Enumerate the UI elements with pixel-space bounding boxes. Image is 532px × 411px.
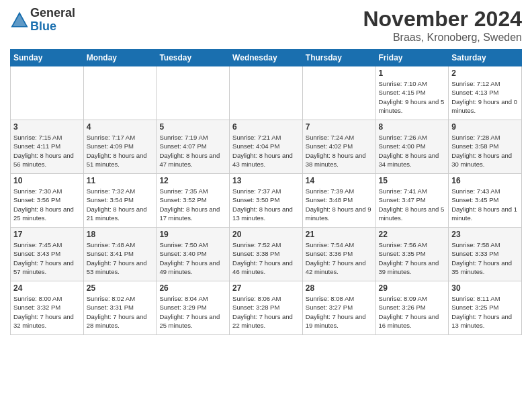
day-cell: 23Sunrise: 7:58 AMSunset: 3:33 PMDayligh… <box>449 228 522 281</box>
day-cell: 6Sunrise: 7:21 AMSunset: 4:04 PMDaylight… <box>230 120 303 174</box>
day-info: Sunrise: 7:28 AMSunset: 3:58 PMDaylight:… <box>451 134 512 168</box>
day-number: 29 <box>379 283 446 293</box>
day-info: Sunrise: 7:12 AMSunset: 4:13 PMDaylight:… <box>451 80 517 114</box>
day-cell <box>157 66 230 120</box>
day-number: 4 <box>87 122 154 132</box>
day-cell: 14Sunrise: 7:39 AMSunset: 3:48 PMDayligh… <box>302 174 375 228</box>
day-info: Sunrise: 7:15 AMSunset: 4:11 PMDaylight:… <box>13 134 74 168</box>
day-cell: 10Sunrise: 7:30 AMSunset: 3:56 PMDayligh… <box>11 174 84 228</box>
day-number: 23 <box>451 230 519 239</box>
day-cell <box>230 66 303 120</box>
day-cell: 22Sunrise: 7:56 AMSunset: 3:35 PMDayligh… <box>375 228 449 281</box>
day-number: 9 <box>451 122 519 132</box>
day-number: 30 <box>451 283 519 293</box>
day-number: 2 <box>451 68 519 78</box>
day-info: Sunrise: 7:39 AMSunset: 3:48 PMDaylight:… <box>306 187 371 222</box>
header-wednesday: Wednesday <box>230 50 303 66</box>
day-info: Sunrise: 7:45 AMSunset: 3:43 PMDaylight:… <box>13 241 74 275</box>
day-info: Sunrise: 7:37 AMSunset: 3:50 PMDaylight:… <box>232 187 293 222</box>
calendar-body: 1Sunrise: 7:10 AMSunset: 4:15 PMDaylight… <box>11 66 522 335</box>
logo-general: General <box>30 7 75 20</box>
day-info: Sunrise: 7:35 AMSunset: 3:52 PMDaylight:… <box>159 187 220 222</box>
day-cell <box>302 66 375 120</box>
week-row-2: 10Sunrise: 7:30 AMSunset: 3:56 PMDayligh… <box>11 174 522 228</box>
day-info: Sunrise: 7:56 AMSunset: 3:35 PMDaylight:… <box>379 241 439 275</box>
day-info: Sunrise: 7:24 AMSunset: 4:02 PMDaylight:… <box>306 134 366 168</box>
title-section: November 2024 Braas, Kronoberg, Sweden <box>363 7 522 44</box>
day-cell: 28Sunrise: 8:08 AMSunset: 3:27 PMDayligh… <box>302 281 375 335</box>
day-number: 15 <box>379 176 446 185</box>
day-number: 22 <box>379 230 446 239</box>
day-number: 10 <box>13 176 81 185</box>
day-info: Sunrise: 7:32 AMSunset: 3:54 PMDaylight:… <box>87 187 147 222</box>
header-row: Sunday Monday Tuesday Wednesday Thursday… <box>11 50 522 66</box>
day-cell: 17Sunrise: 7:45 AMSunset: 3:43 PMDayligh… <box>11 228 84 281</box>
day-info: Sunrise: 8:11 AMSunset: 3:25 PMDaylight:… <box>451 295 512 329</box>
week-row-3: 17Sunrise: 7:45 AMSunset: 3:43 PMDayligh… <box>11 228 522 281</box>
day-number: 13 <box>232 176 300 185</box>
day-info: Sunrise: 8:06 AMSunset: 3:28 PMDaylight:… <box>232 295 293 329</box>
day-number: 14 <box>306 176 373 185</box>
day-info: Sunrise: 8:02 AMSunset: 3:31 PMDaylight:… <box>87 295 147 329</box>
day-number: 20 <box>232 230 300 239</box>
header-thursday: Thursday <box>302 50 375 66</box>
day-info: Sunrise: 8:04 AMSunset: 3:29 PMDaylight:… <box>159 295 220 329</box>
day-cell: 29Sunrise: 8:09 AMSunset: 3:26 PMDayligh… <box>375 281 449 335</box>
day-cell: 16Sunrise: 7:43 AMSunset: 3:45 PMDayligh… <box>449 174 522 228</box>
main-title: November 2024 <box>363 7 522 32</box>
day-number: 18 <box>87 230 154 239</box>
header-sunday: Sunday <box>11 50 84 66</box>
day-cell: 24Sunrise: 8:00 AMSunset: 3:32 PMDayligh… <box>11 281 84 335</box>
page: General Blue November 2024 Braas, Kronob… <box>0 0 532 411</box>
day-cell: 1Sunrise: 7:10 AMSunset: 4:15 PMDaylight… <box>375 66 449 120</box>
day-number: 8 <box>379 122 446 132</box>
day-cell: 4Sunrise: 7:17 AMSunset: 4:09 PMDaylight… <box>83 120 157 174</box>
logo-blue: Blue <box>30 20 75 34</box>
header-saturday: Saturday <box>449 50 522 66</box>
day-info: Sunrise: 7:58 AMSunset: 3:33 PMDaylight:… <box>451 241 512 275</box>
header-monday: Monday <box>83 50 157 66</box>
day-cell: 15Sunrise: 7:41 AMSunset: 3:47 PMDayligh… <box>375 174 449 228</box>
calendar-table: Sunday Monday Tuesday Wednesday Thursday… <box>10 49 522 335</box>
subtitle: Braas, Kronoberg, Sweden <box>363 32 522 44</box>
day-number: 26 <box>159 283 226 293</box>
day-info: Sunrise: 7:52 AMSunset: 3:38 PMDaylight:… <box>232 241 293 275</box>
day-number: 27 <box>232 283 300 293</box>
day-info: Sunrise: 7:30 AMSunset: 3:56 PMDaylight:… <box>13 187 74 222</box>
day-info: Sunrise: 8:09 AMSunset: 3:26 PMDaylight:… <box>379 295 439 329</box>
day-number: 25 <box>87 283 154 293</box>
day-cell: 25Sunrise: 8:02 AMSunset: 3:31 PMDayligh… <box>83 281 157 335</box>
day-number: 19 <box>159 230 226 239</box>
day-cell: 7Sunrise: 7:24 AMSunset: 4:02 PMDaylight… <box>302 120 375 174</box>
day-cell: 11Sunrise: 7:32 AMSunset: 3:54 PMDayligh… <box>83 174 157 228</box>
day-cell: 26Sunrise: 8:04 AMSunset: 3:29 PMDayligh… <box>157 281 230 335</box>
day-info: Sunrise: 7:26 AMSunset: 4:00 PMDaylight:… <box>379 134 439 168</box>
day-number: 3 <box>13 122 81 132</box>
day-number: 5 <box>159 122 226 132</box>
day-info: Sunrise: 7:48 AMSunset: 3:41 PMDaylight:… <box>87 241 147 275</box>
calendar-header: Sunday Monday Tuesday Wednesday Thursday… <box>11 50 522 66</box>
day-info: Sunrise: 7:19 AMSunset: 4:07 PMDaylight:… <box>159 134 220 168</box>
day-cell: 13Sunrise: 7:37 AMSunset: 3:50 PMDayligh… <box>230 174 303 228</box>
day-cell: 5Sunrise: 7:19 AMSunset: 4:07 PMDaylight… <box>157 120 230 174</box>
day-cell: 30Sunrise: 8:11 AMSunset: 3:25 PMDayligh… <box>449 281 522 335</box>
day-info: Sunrise: 7:21 AMSunset: 4:04 PMDaylight:… <box>232 134 293 168</box>
header: General Blue November 2024 Braas, Kronob… <box>10 7 522 44</box>
day-number: 1 <box>379 68 446 78</box>
day-cell: 19Sunrise: 7:50 AMSunset: 3:40 PMDayligh… <box>157 228 230 281</box>
day-cell: 3Sunrise: 7:15 AMSunset: 4:11 PMDaylight… <box>11 120 84 174</box>
day-info: Sunrise: 7:50 AMSunset: 3:40 PMDaylight:… <box>159 241 220 275</box>
day-cell: 9Sunrise: 7:28 AMSunset: 3:58 PMDaylight… <box>449 120 522 174</box>
week-row-0: 1Sunrise: 7:10 AMSunset: 4:15 PMDaylight… <box>11 66 522 120</box>
day-cell: 8Sunrise: 7:26 AMSunset: 4:00 PMDaylight… <box>375 120 449 174</box>
day-info: Sunrise: 7:41 AMSunset: 3:47 PMDaylight:… <box>379 187 445 222</box>
logo: General Blue <box>10 7 75 34</box>
week-row-4: 24Sunrise: 8:00 AMSunset: 3:32 PMDayligh… <box>11 281 522 335</box>
header-tuesday: Tuesday <box>157 50 230 66</box>
day-info: Sunrise: 7:17 AMSunset: 4:09 PMDaylight:… <box>87 134 147 168</box>
day-cell <box>11 66 84 120</box>
day-cell: 20Sunrise: 7:52 AMSunset: 3:38 PMDayligh… <box>230 228 303 281</box>
day-info: Sunrise: 8:00 AMSunset: 3:32 PMDaylight:… <box>13 295 74 329</box>
header-friday: Friday <box>375 50 449 66</box>
day-number: 6 <box>232 122 300 132</box>
